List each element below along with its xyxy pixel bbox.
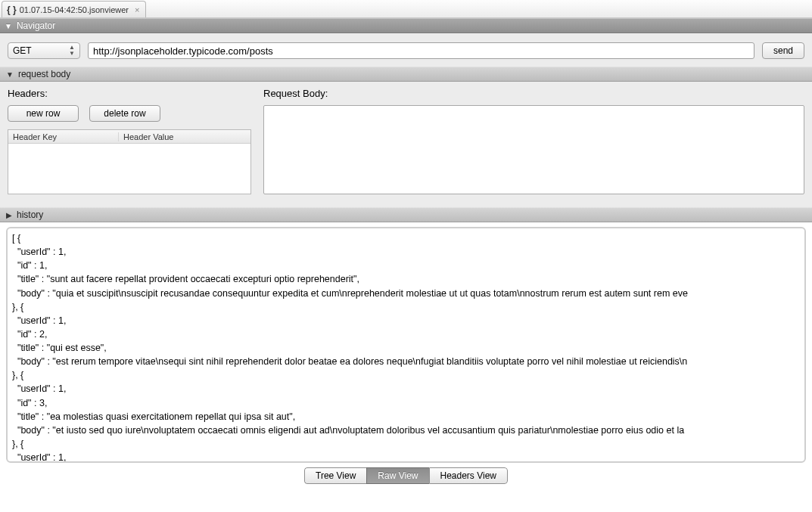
header-key-col[interactable]: Header Key xyxy=(8,132,119,141)
editor-tab[interactable]: { } 01.07.15-04:42:50.jsonviewer × xyxy=(2,1,146,17)
request-body-area: Headers: new row delete row Header Key H… xyxy=(0,82,812,207)
request-body-column: Request Body: xyxy=(263,88,804,197)
headers-table[interactable]: Header Key Header Value xyxy=(8,129,251,194)
updown-icon: ▲▼ xyxy=(69,45,75,57)
chevron-down-icon: ▼ xyxy=(6,70,14,79)
close-icon[interactable]: × xyxy=(135,5,139,14)
new-row-button[interactable]: new row xyxy=(8,105,79,122)
delete-row-button[interactable]: delete row xyxy=(89,105,160,122)
view-mode-tabs: Tree View Raw View Headers View xyxy=(0,467,812,484)
navigator-header[interactable]: ▼ Navigator xyxy=(0,18,812,33)
tab-title: 01.07.15-04:42:50.jsonviewer xyxy=(20,5,129,14)
request-body-header[interactable]: ▼ request body xyxy=(0,67,812,82)
request-body-textarea[interactable] xyxy=(263,105,804,194)
tab-tree-view[interactable]: Tree View xyxy=(304,467,366,484)
history-title: history xyxy=(17,209,43,220)
request-body-title: request body xyxy=(18,69,70,79)
http-method-select[interactable]: GETPOSTPUTDELETEPATCHHEADOPTIONS xyxy=(8,42,80,59)
send-button[interactable]: send xyxy=(762,42,804,59)
url-input[interactable] xyxy=(88,42,754,59)
tab-headers-view[interactable]: Headers View xyxy=(429,467,508,484)
navigator-body: GETPOSTPUTDELETEPATCHHEADOPTIONS ▲▼ send xyxy=(0,33,812,67)
json-icon: { } xyxy=(7,5,17,15)
headers-column: Headers: new row delete row Header Key H… xyxy=(8,88,251,197)
request-body-label: Request Body: xyxy=(263,88,804,99)
headers-label: Headers: xyxy=(8,88,251,99)
history-header[interactable]: ▶ history xyxy=(0,207,812,222)
tab-bar: { } 01.07.15-04:42:50.jsonviewer × xyxy=(0,0,812,18)
method-select-wrap: GETPOSTPUTDELETEPATCHHEADOPTIONS ▲▼ xyxy=(8,42,80,59)
chevron-down-icon: ▼ xyxy=(5,22,12,30)
chevron-right-icon: ▶ xyxy=(6,211,12,219)
navigator-title: Navigator xyxy=(17,20,55,31)
header-value-col[interactable]: Header Value xyxy=(119,132,250,141)
tab-raw-view[interactable]: Raw View xyxy=(366,467,428,484)
response-raw-text[interactable]: [ { "userId" : 1, "id" : 1, "title" : "s… xyxy=(8,228,804,463)
response-panel: [ { "userId" : 1, "id" : 1, "title" : "s… xyxy=(6,227,806,463)
